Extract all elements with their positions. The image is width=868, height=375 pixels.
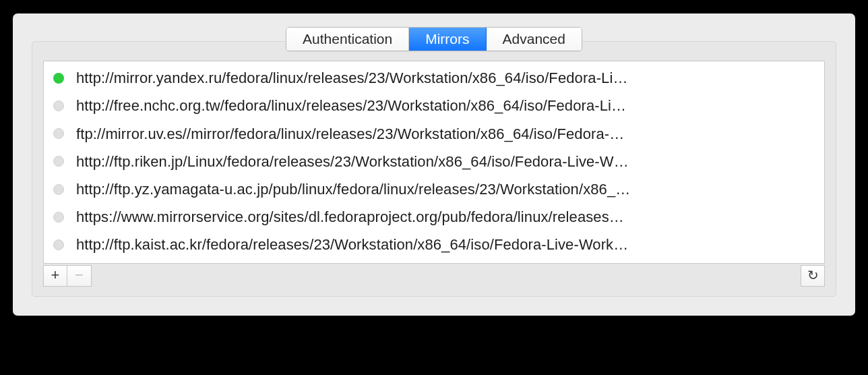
list-item[interactable]: http://ftp.riken.jp/Linux/fedora/release… [44,148,824,175]
minus-icon: − [75,266,84,284]
remove-button[interactable]: − [67,265,92,287]
mirror-url: http://mirror.yandex.ru/fedora/linux/rel… [76,66,816,90]
list-item[interactable]: ftp://mirror.uv.es//mirror/fedora/linux/… [44,120,824,148]
status-dot-icon [53,156,64,167]
preferences-window: Authentication Mirrors Advanced http://m… [13,13,855,316]
status-dot-icon [53,184,64,195]
list-item[interactable]: http://ftp.kaist.ac.kr/fedora/releases/2… [44,231,824,258]
reload-icon: ↻ [807,267,819,283]
mirror-url: http://ftp.riken.jp/Linux/fedora/release… [76,150,816,173]
list-toolbar: + − ↻ [43,265,825,287]
mirror-url: ftp://mirror.uv.es//mirror/fedora/linux/… [76,122,816,146]
list-item[interactable]: https://www.mirrorservice.org/sites/dl.f… [44,203,824,231]
list-item[interactable]: http://mirror.yandex.ru/fedora/linux/rel… [44,64,824,92]
status-dot-icon [53,128,64,139]
status-dot-icon [53,100,64,111]
tab-bar: Authentication Mirrors Advanced [13,27,855,51]
tab-authentication[interactable]: Authentication [286,28,409,51]
mirror-url: http://ftp.kaist.ac.kr/fedora/releases/2… [76,233,816,256]
mirror-url: http://ftp.yz.yamagata-u.ac.jp/pub/linux… [76,177,816,201]
mirror-list[interactable]: http://mirror.yandex.ru/fedora/linux/rel… [43,61,825,263]
tab-advanced[interactable]: Advanced [487,28,582,51]
tab-mirrors[interactable]: Mirrors [409,28,486,51]
list-item[interactable]: http://free.nchc.org.tw/fedora/linux/rel… [44,92,824,119]
segmented-control: Authentication Mirrors Advanced [286,27,582,51]
mirror-url: https://www.mirrorservice.org/sites/dl.f… [76,205,816,229]
mirrors-panel: http://mirror.yandex.ru/fedora/linux/rel… [32,41,836,296]
window-body: Authentication Mirrors Advanced http://m… [13,13,855,316]
list-item[interactable]: http://ftp.yz.yamagata-u.ac.jp/pub/linux… [44,175,824,203]
add-button[interactable]: + [43,265,67,287]
mirror-url: http://free.nchc.org.tw/fedora/linux/rel… [76,94,816,117]
plus-icon: + [51,266,60,284]
status-dot-icon [53,73,64,84]
status-dot-icon [53,239,64,250]
status-dot-icon [53,212,64,223]
reload-button[interactable]: ↻ [801,265,825,287]
